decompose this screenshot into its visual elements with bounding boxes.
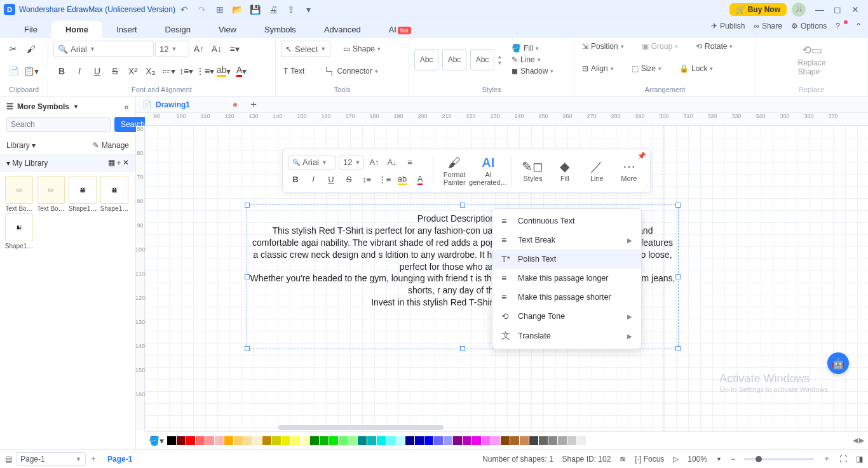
color-swatch[interactable] [386, 436, 395, 445]
toolbar-resize-grip[interactable]: ⋰ [642, 184, 649, 191]
publish-button[interactable]: ✈Publish [711, 22, 745, 30]
presentation-button[interactable]: ▷ [673, 455, 679, 464]
rotate-button[interactable]: ⟲Rotate▾ [693, 41, 735, 52]
buy-now-button[interactable]: 🛒Buy Now [729, 3, 787, 16]
color-swatch[interactable] [320, 436, 329, 445]
float-more[interactable]: ⋯More [613, 159, 645, 182]
float-bullets[interactable]: ⋮≡ [377, 172, 392, 187]
more-symbols-label[interactable]: More Symbols [17, 102, 69, 111]
style-preset-1[interactable]: Abc [414, 49, 438, 70]
style-preset-2[interactable]: Abc [442, 49, 466, 70]
float-italic[interactable]: I [306, 172, 321, 187]
style-scroll-up[interactable]: ▴ [498, 53, 501, 60]
color-swatch[interactable] [167, 436, 176, 445]
numbering-button[interactable]: ⋮≡▾ [196, 63, 214, 79]
page-layout-icon[interactable]: ▤ [5, 455, 12, 464]
menu-change-tone[interactable]: ⟲Change Tone▶ [492, 307, 641, 326]
shape-tool-button[interactable]: ▭Shape▾ [341, 43, 383, 55]
collapse-ribbon-button[interactable]: ⌃ [855, 22, 862, 30]
page-selector[interactable]: Page-1▼ [16, 452, 86, 466]
resize-handle-tr[interactable] [675, 203, 681, 208]
lib-item-4[interactable]: 👩‍👧Shape1… [4, 213, 34, 250]
float-font-combo[interactable]: 🔍Arial▼ [288, 156, 336, 170]
library-dropdown[interactable]: Library ▾ [6, 141, 36, 150]
new-button[interactable]: ⊞ [212, 2, 227, 17]
canvas-scrollbar[interactable] [278, 425, 444, 430]
color-swatch[interactable] [444, 436, 452, 445]
float-line[interactable]: ／Line [581, 159, 613, 182]
page-tab-1[interactable]: Page-1 [107, 455, 132, 464]
copy-button[interactable]: 📄 [5, 63, 22, 79]
tab-advanced[interactable]: Advanced [310, 21, 375, 38]
float-ai-generated[interactable]: AIAI generated… [470, 156, 506, 186]
resize-handle-l[interactable] [245, 274, 250, 279]
redo-button[interactable]: ↷ [194, 2, 210, 17]
lib-action-1[interactable]: ▦ [108, 158, 115, 167]
highlight-button[interactable]: ab▾ [215, 63, 232, 79]
document-tab-drawing1[interactable]: 📄Drawing1 [142, 100, 190, 109]
bucket-icon[interactable]: 🪣▾ [149, 436, 164, 446]
bullets-button[interactable]: ≔▾ [160, 63, 177, 79]
float-format-painter[interactable]: 🖌Format Painter [438, 156, 470, 186]
subscript-button[interactable]: X₂ [142, 63, 159, 79]
color-swatch[interactable] [539, 436, 548, 445]
color-swatch[interactable] [367, 436, 376, 445]
group-button[interactable]: ▣Group▾ [639, 41, 681, 52]
line-button[interactable]: ✎Line▾ [509, 54, 556, 65]
lib-add-button[interactable]: ＋ [115, 158, 123, 167]
align-button-2[interactable]: ⊟Align▾ [580, 63, 616, 74]
font-name-combo[interactable]: 🔍Arial▼ [53, 41, 154, 57]
color-swatch[interactable] [301, 436, 309, 445]
float-strike[interactable]: S [341, 172, 356, 187]
color-swatch[interactable] [520, 436, 529, 445]
color-swatch[interactable] [482, 436, 491, 445]
format-painter-button[interactable]: 🖌 [23, 41, 39, 57]
color-swatch[interactable] [348, 436, 357, 445]
shadow-button[interactable]: ◼Shadow▾ [509, 65, 556, 77]
float-underline[interactable]: U [323, 172, 339, 187]
color-swatch[interactable] [453, 436, 462, 445]
maximize-button[interactable]: ◻ [830, 2, 845, 17]
undo-button[interactable]: ↶ [177, 2, 192, 17]
bold-button[interactable]: B [53, 63, 70, 79]
zoom-out-button[interactable]: − [731, 455, 735, 464]
color-swatch[interactable] [434, 436, 443, 445]
color-swatch[interactable] [253, 436, 262, 445]
align-button[interactable]: ≡▾ [226, 41, 243, 57]
color-swatch[interactable] [358, 436, 367, 445]
cut-button[interactable]: ✂ [5, 41, 22, 57]
color-swatch[interactable] [567, 436, 576, 445]
resize-handle-bl[interactable] [245, 346, 250, 351]
lib-item-3[interactable]: 👨‍👩‍👧‍👦Shape1… [99, 176, 130, 212]
color-swatch[interactable] [558, 436, 567, 445]
add-tab-button[interactable]: ＋ [248, 98, 259, 111]
chat-assistant-button[interactable]: 🤖 [827, 352, 849, 374]
underline-button[interactable]: U [89, 63, 105, 79]
tab-design[interactable]: Design [151, 21, 205, 38]
font-color-button[interactable]: A▾ [233, 63, 250, 79]
increase-font-button[interactable]: A↑ [191, 41, 207, 57]
fit-page-button[interactable]: ⛶ [839, 455, 847, 464]
fill-button[interactable]: 🪣Fill▾ [509, 43, 556, 54]
color-swatch[interactable] [234, 436, 243, 445]
lock-button[interactable]: 🔒Lock▾ [677, 63, 715, 74]
style-preset-3[interactable]: Abc [470, 49, 494, 70]
color-swatch[interactable] [281, 436, 290, 445]
color-swatch[interactable] [329, 436, 338, 445]
panels-button[interactable]: ◨ [856, 455, 863, 464]
menu-make-longer[interactable]: ≡Make this passage longer [492, 269, 641, 288]
replace-shape-button[interactable]: ⟲▭Replace Shape [761, 41, 862, 79]
superscript-button[interactable]: X² [125, 63, 141, 79]
color-swatch[interactable] [215, 436, 224, 445]
color-swatch[interactable] [177, 436, 186, 445]
qat-more-button[interactable]: ▾ [301, 2, 316, 17]
color-swatch[interactable] [272, 436, 281, 445]
resize-handle-br[interactable] [675, 346, 681, 351]
collapse-panel-button[interactable]: « [124, 102, 129, 112]
float-size-combo[interactable]: 12▼ [339, 156, 364, 170]
options-button[interactable]: ⚙Options [791, 22, 827, 30]
color-swatch[interactable] [224, 436, 233, 445]
menu-translate[interactable]: 文Translate▶ [492, 326, 641, 346]
menu-make-shorter[interactable]: ≡Make this passage shorter [492, 288, 641, 307]
minimize-button[interactable]: — [812, 2, 827, 17]
